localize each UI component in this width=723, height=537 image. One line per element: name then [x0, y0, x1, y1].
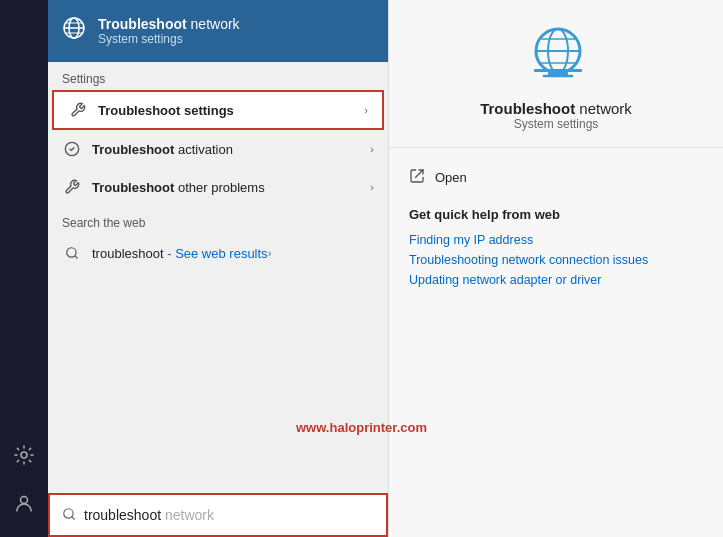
settings-sidebar-icon[interactable] — [0, 431, 48, 479]
web-search-text: troubleshoot - See web results — [92, 246, 268, 261]
right-panel-subtitle: System settings — [514, 117, 599, 131]
web-search-item[interactable]: troubleshoot - See web results › — [48, 234, 388, 272]
troubleshoot-settings-item[interactable]: Troubleshoot settings › — [52, 90, 384, 130]
chevron-right-icon-1: › — [364, 104, 368, 116]
troubleshoot-activation-item[interactable]: Troubleshoot activation › — [48, 130, 388, 168]
quick-help-link-1[interactable]: Finding my IP address — [409, 230, 703, 250]
right-panel: Troubleshoot network System settings Ope… — [388, 0, 723, 537]
search-bar[interactable]: troubleshoot network — [48, 493, 388, 537]
troubleshoot-other-item[interactable]: Troubleshoot other problems › — [48, 168, 388, 206]
sidebar — [0, 0, 48, 537]
top-result-title: Troubleshoot network — [98, 16, 240, 32]
right-panel-header: Troubleshoot network System settings — [389, 0, 723, 148]
quick-help-link-2[interactable]: Troubleshooting network connection issue… — [409, 250, 703, 270]
chevron-right-icon-2: › — [370, 143, 374, 155]
web-section-label: Search the web — [48, 206, 388, 234]
top-result[interactable]: Troubleshoot network System settings — [48, 0, 388, 62]
top-result-text: Troubleshoot network System settings — [98, 16, 240, 46]
quick-help-link-3[interactable]: Updating network adapter or driver — [409, 270, 703, 290]
user-sidebar-icon[interactable] — [0, 479, 48, 527]
quick-help-title: Get quick help from web — [409, 207, 703, 222]
svg-line-11 — [72, 516, 75, 519]
troubleshoot-settings-text: Troubleshoot settings — [98, 103, 364, 118]
search-panel: Troubleshoot network System settings Set… — [48, 0, 388, 537]
svg-point-1 — [21, 497, 28, 504]
search-input-display[interactable]: troubleshoot network — [84, 507, 214, 523]
right-panel-network-icon — [516, 20, 596, 90]
check-circle-icon — [62, 139, 82, 159]
wrench-icon-1 — [68, 100, 88, 120]
open-icon — [409, 168, 425, 187]
search-icon — [62, 243, 82, 263]
network-icon — [62, 16, 86, 46]
top-result-subtitle: System settings — [98, 32, 240, 46]
open-label: Open — [435, 170, 467, 185]
troubleshoot-other-text: Troubleshoot other problems — [92, 180, 370, 195]
troubleshoot-activation-text: Troubleshoot activation — [92, 142, 370, 157]
right-panel-body: Open Get quick help from web Finding my … — [389, 148, 723, 302]
wrench-icon-2 — [62, 177, 82, 197]
chevron-right-icon-3: › — [370, 181, 374, 193]
watermark: www.haloprinter.com — [296, 420, 427, 435]
settings-section-label: Settings — [48, 62, 388, 90]
chevron-right-icon-4: › — [268, 247, 272, 259]
right-panel-title: Troubleshoot network — [480, 100, 632, 117]
svg-point-0 — [21, 452, 27, 458]
svg-rect-17 — [534, 69, 582, 72]
svg-line-9 — [75, 256, 78, 259]
search-bar-icon — [62, 507, 76, 524]
open-button[interactable]: Open — [409, 160, 703, 195]
